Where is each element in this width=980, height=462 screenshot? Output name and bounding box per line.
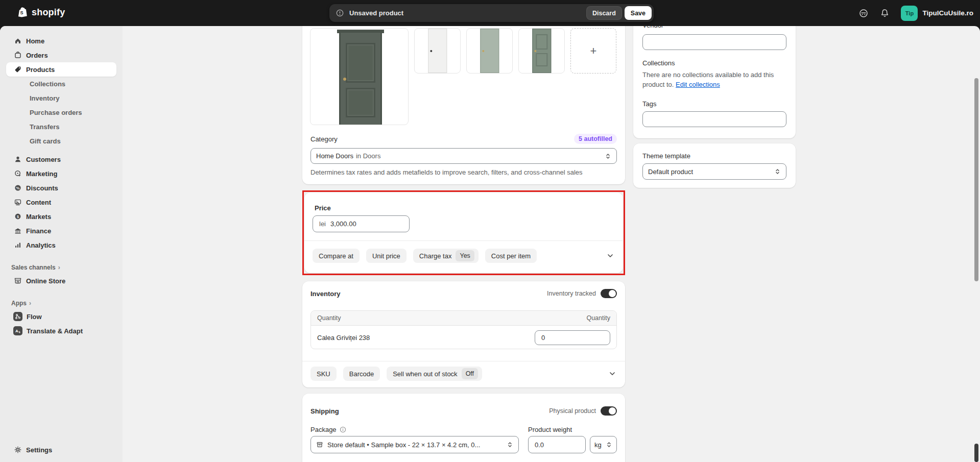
tags-label: Tags: [642, 100, 656, 108]
shopify-wordmark: shopify: [32, 7, 65, 18]
unit-price-chip[interactable]: Unit price: [366, 249, 407, 263]
cost-per-item-chip[interactable]: Cost per item: [485, 249, 537, 263]
sidebar-item-orders[interactable]: Orders: [6, 48, 116, 62]
package-select[interactable]: Store default • Sample box - 22 × 13.7 ×…: [310, 436, 519, 453]
tags-input[interactable]: [642, 111, 786, 127]
physical-product-label: Physical product: [549, 407, 596, 415]
organization-card: Vendor Collections There are no collecti…: [633, 26, 796, 138]
sidebar-item-flow[interactable]: Flow: [6, 309, 116, 324]
scrollbar-end-segment: [974, 444, 978, 462]
add-media-tile[interactable]: +: [570, 28, 616, 74]
svg-text:A: A: [15, 329, 18, 333]
discard-button[interactable]: Discard: [586, 6, 622, 20]
quantity-value[interactable]: [541, 334, 604, 342]
door-panel-bottom: [346, 88, 375, 117]
sales-channels-header[interactable]: Sales channels›: [6, 261, 116, 274]
scrollbar-thumb[interactable]: [974, 78, 978, 281]
product-thumbnail-3[interactable]: [518, 28, 565, 74]
divider: [302, 361, 625, 361]
sidebar-item-label: Products: [26, 66, 55, 74]
select-stepper-icon: [606, 441, 612, 449]
theme-template-value: Default product: [648, 168, 693, 176]
orders-icon: [14, 51, 22, 59]
sidebar-item-transfers[interactable]: Transfers: [6, 119, 116, 134]
inventory-tracked-toggle[interactable]: [601, 289, 617, 298]
price-input[interactable]: lei 3,000.00: [313, 215, 410, 232]
compare-at-chip[interactable]: Compare at: [313, 249, 360, 263]
sell-out-of-stock-chip[interactable]: Sell when out of stock Off: [387, 367, 482, 381]
sidekick-icon[interactable]: [858, 8, 869, 18]
product-weight-input[interactable]: [528, 436, 586, 453]
sidebar-item-translate-adapt[interactable]: A Translate & Adapt: [6, 324, 116, 338]
sidebar-item-label: Home: [26, 37, 44, 45]
topbar: S shopify Unsaved product Discard Save T…: [0, 0, 980, 26]
info-icon[interactable]: [340, 426, 346, 433]
category-select[interactable]: Home Doors in Doors: [310, 148, 617, 164]
sidebar-item-online-store[interactable]: Online Store: [6, 274, 116, 288]
sidebar-item-content[interactable]: Content: [6, 195, 116, 209]
markets-icon: $: [14, 212, 22, 221]
notifications-bell-icon[interactable]: [880, 8, 890, 18]
account-menu[interactable]: Tip TipulCuUsile.ro: [901, 6, 973, 21]
sidebar-item-marketing[interactable]: Marketing: [6, 166, 116, 181]
quantity-input[interactable]: [535, 330, 610, 345]
product-thumbnail-1[interactable]: [414, 28, 461, 74]
collections-label: Collections: [642, 59, 675, 67]
shopify-logo[interactable]: S shopify: [16, 6, 65, 18]
apps-header[interactable]: Apps›: [6, 297, 116, 309]
sidebar-item-home[interactable]: Home: [6, 34, 116, 48]
table-row: Calea Griviței 238: [311, 326, 616, 349]
package-icon: [316, 441, 323, 448]
sku-chip[interactable]: SKU: [310, 367, 337, 381]
marketing-icon: [14, 169, 22, 178]
charge-tax-chip[interactable]: Charge tax Yes: [413, 249, 479, 263]
barcode-chip[interactable]: Barcode: [343, 367, 380, 381]
sidebar-item-analytics[interactable]: Analytics: [6, 238, 116, 252]
sidebar-item-collections[interactable]: Collections: [6, 77, 116, 91]
sidebar: Home Orders Products Collections Invento…: [0, 26, 123, 462]
sidebar-item-label: Inventory: [30, 94, 60, 102]
sidebar-item-settings[interactable]: Settings: [6, 443, 116, 457]
sidebar-item-inventory[interactable]: Inventory: [6, 91, 116, 105]
inventory-collapse-chevron-icon[interactable]: [609, 370, 616, 377]
analytics-icon: [14, 241, 22, 249]
save-button[interactable]: Save: [625, 6, 652, 20]
sidebar-item-products[interactable]: Products: [6, 62, 116, 77]
weight-value[interactable]: [535, 441, 579, 449]
svg-text:%: %: [16, 186, 19, 190]
customers-icon: [14, 155, 22, 163]
shopify-bag-icon: S: [16, 6, 29, 18]
sidebar-item-gift-cards[interactable]: Gift cards: [6, 134, 116, 148]
sidebar-item-label: Customers: [26, 156, 61, 163]
store-name: TipulCuUsile.ro: [922, 9, 973, 17]
weight-unit-select[interactable]: kg: [590, 436, 617, 453]
edit-collections-link[interactable]: Edit collections: [676, 81, 720, 88]
sidebar-item-finance[interactable]: Finance: [6, 224, 116, 238]
price-card: Price lei 3,000.00 Compare at Unit price…: [304, 192, 623, 273]
sidebar-item-purchase-orders[interactable]: Purchase orders: [6, 105, 116, 119]
sidebar-item-label: Transfers: [30, 123, 60, 131]
sidebar-item-label: Purchase orders: [30, 109, 82, 116]
physical-product-toggle[interactable]: [601, 406, 617, 416]
package-label: Package: [310, 426, 337, 433]
content-icon: [14, 198, 22, 206]
category-label: Category: [310, 135, 338, 143]
vendor-input[interactable]: [642, 34, 786, 50]
sidebar-item-label: Gift cards: [30, 137, 61, 145]
tags-value[interactable]: [649, 115, 780, 123]
sidebar-item-discounts[interactable]: % Discounts: [6, 181, 116, 195]
price-collapse-chevron-icon[interactable]: [607, 252, 614, 259]
sidebar-item-customers[interactable]: Customers: [6, 152, 116, 166]
theme-template-select[interactable]: Default product: [642, 163, 786, 180]
select-stepper-icon: [507, 441, 513, 449]
sidebar-item-label: Collections: [30, 80, 65, 88]
sidebar-item-label: Settings: [26, 446, 52, 454]
online-store-icon: [14, 277, 22, 285]
shipping-section-title: Shipping: [310, 407, 339, 415]
inventory-section-title: Inventory: [310, 290, 341, 298]
home-icon: [14, 37, 22, 45]
vendor-value[interactable]: [649, 38, 780, 46]
product-main-image[interactable]: [310, 28, 409, 125]
sidebar-item-markets[interactable]: $ Markets: [6, 209, 116, 224]
product-thumbnail-2[interactable]: [466, 28, 513, 74]
